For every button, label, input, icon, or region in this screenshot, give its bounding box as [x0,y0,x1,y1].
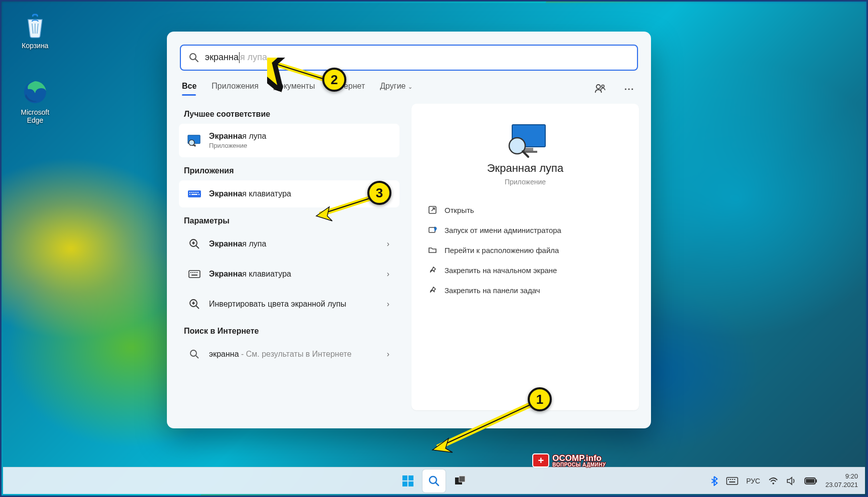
action-pin-to-taskbar[interactable]: Закрепить на панели задач [425,280,625,300]
svg-rect-22 [189,271,200,278]
tab-all[interactable]: Все [182,82,196,96]
start-button[interactable] [396,469,419,492]
chevron-right-icon: › [385,300,391,309]
preview-subtitle: Приложение [425,178,625,186]
svg-rect-15 [189,194,190,195]
svg-rect-11 [191,192,192,193]
svg-rect-10 [189,192,190,193]
tab-more[interactable]: Другие ⌄ [380,82,412,96]
zoom-in-icon [187,297,202,312]
taskbar: РУС 9:20 23.07.2021 [3,467,865,494]
result-preview-pane: Экранная лупа Приложение Открыть Запуск … [411,104,639,410]
taskbar-clock[interactable]: 9:20 23.07.2021 [825,472,858,489]
svg-line-2 [195,59,198,62]
desktop-icon-recycle-bin[interactable]: Корзина [13,13,58,50]
taskbar-search-button[interactable] [422,469,446,492]
tab-apps[interactable]: Приложения [211,82,259,96]
section-best-match: Лучшее соответствие [179,104,399,124]
search-tabs: Все Приложения Документы Интернет Другие… [167,71,651,96]
search-panel: экранная лупа Все Приложения Документы И… [167,32,651,428]
language-indicator[interactable]: РУС [746,477,760,485]
svg-rect-23 [190,272,191,273]
svg-rect-14 [197,192,198,193]
svg-rect-17 [198,194,199,195]
svg-rect-16 [191,194,197,195]
task-view-button[interactable] [449,469,472,492]
pin-icon [427,285,438,295]
result-setting-invert-colors[interactable]: Инвертировать цвета экранной лупы › [179,291,399,318]
chevron-right-icon: › [385,270,391,279]
battery-icon[interactable] [804,477,817,484]
search-icon [189,53,199,63]
pin-icon [427,265,438,275]
svg-line-19 [196,245,199,248]
svg-rect-58 [806,479,814,483]
chevron-right-icon: › [385,239,391,248]
search-input-container[interactable]: экранная лупа [180,45,638,71]
svg-rect-57 [816,479,817,482]
action-open[interactable]: Открыть [425,200,625,220]
chevron-right-icon: › [385,350,391,359]
svg-rect-44 [408,481,413,486]
svg-rect-26 [196,272,197,273]
keyboard-tray-icon[interactable] [726,477,738,485]
watermark: + OCOMP.info ВОПРОСЫ АДМИНУ [532,453,606,467]
recycle-bin-icon [22,13,48,39]
bluetooth-icon[interactable] [710,476,718,486]
preview-title: Экранная лупа [425,162,625,175]
action-pin-to-start[interactable]: Закрепить на начальном экране [425,260,625,280]
desktop-icon-label: Корзина [13,42,58,50]
wifi-icon[interactable] [768,477,778,485]
plus-badge-icon: + [532,453,549,467]
svg-point-32 [190,350,196,356]
action-open-file-location[interactable]: Перейти к расположению файла [425,240,625,260]
search-icon [187,347,202,362]
svg-rect-54 [729,481,735,482]
svg-rect-52 [732,479,733,480]
result-setting-keyboard[interactable]: Экранная клавиатура › [179,261,399,288]
svg-rect-13 [195,192,196,193]
magnifier-app-icon [187,133,202,148]
svg-rect-50 [728,479,729,480]
svg-line-33 [196,356,198,358]
svg-point-55 [772,482,774,484]
more-options-icon[interactable]: ⋯ [622,82,636,96]
result-setting-magnifier[interactable]: Экранная лупа › [179,230,399,258]
keyboard-outline-icon [187,267,202,282]
edge-icon [22,79,48,105]
result-web-search[interactable]: экранна - См. результаты в Интернете › [179,341,399,368]
svg-point-3 [596,85,600,89]
annotation-badge-2: 2 [322,68,346,92]
folder-icon [427,245,438,255]
result-subtitle: Приложение [209,142,391,149]
svg-rect-53 [734,479,735,480]
svg-rect-43 [402,481,407,486]
svg-point-4 [602,85,604,88]
account-icon[interactable] [593,82,607,96]
result-title: Экранная лупа [209,132,391,141]
svg-line-46 [436,482,439,485]
volume-icon[interactable] [786,476,796,485]
shield-icon [427,225,438,235]
svg-rect-40 [429,227,435,232]
svg-rect-49 [727,477,738,484]
action-run-as-admin[interactable]: Запуск от имени администратора [425,220,625,240]
svg-rect-35 [524,148,533,151]
svg-rect-12 [193,192,194,193]
annotation-arrow-1 [427,392,543,457]
svg-rect-42 [408,475,413,480]
result-best-match[interactable]: Экранная лупа Приложение [179,124,399,157]
zoom-in-icon [187,236,202,252]
open-icon [427,205,438,215]
keyboard-icon [187,186,202,201]
desktop-icon-edge[interactable]: Microsoft Edge [13,79,58,124]
svg-rect-41 [402,475,407,480]
annotation-badge-1: 1 [528,387,552,411]
section-apps: Приложения [179,160,399,180]
svg-rect-27 [191,275,197,276]
svg-rect-48 [459,476,465,482]
svg-point-1 [190,54,196,60]
section-web-search: Поиск в Интернете [179,321,399,341]
magnifier-app-large-icon [505,122,545,152]
svg-rect-51 [730,479,731,480]
